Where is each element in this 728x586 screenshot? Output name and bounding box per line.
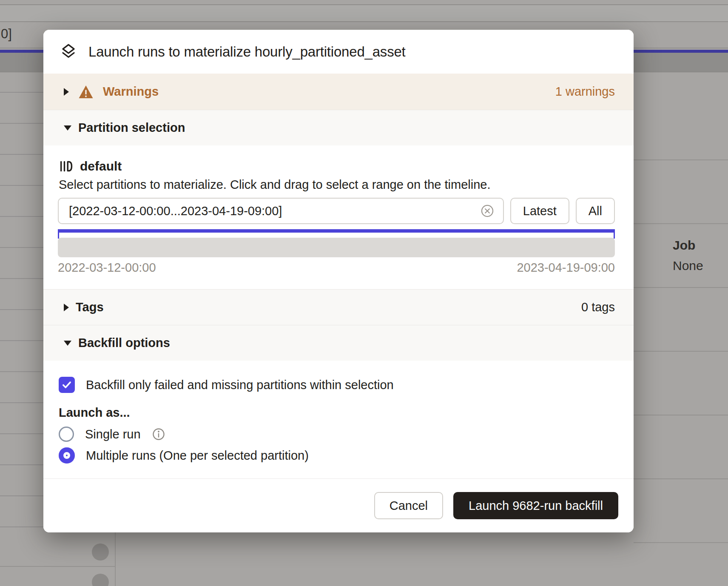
all-button[interactable]: All [576, 198, 615, 224]
single-run-label: Single run [85, 427, 141, 441]
chevron-down-icon [64, 125, 71, 131]
tags-count-badge: 0 tags [581, 300, 615, 314]
timeline-selection-start-tick [58, 233, 59, 239]
partition-dimension-name: default [80, 159, 122, 174]
tags-header: Tags [76, 300, 104, 314]
warning-icon [78, 85, 94, 99]
checkbox-label: Backfill only failed and missing partiti… [86, 378, 394, 392]
background-toolbar [0, 5, 728, 22]
timeline-selection-end-tick [614, 233, 615, 239]
launch-as-label: Launch as... [59, 406, 615, 420]
dialog-title: Launch runs to materialize hourly_partit… [88, 44, 406, 60]
partition-selection-description: Select partitions to materialize. Click … [58, 178, 615, 192]
background-partial-text: 0] [1, 26, 12, 42]
chevron-right-icon [64, 304, 69, 311]
backfill-options-toggle[interactable]: Backfill options [43, 325, 634, 361]
partition-selection-toggle[interactable]: Partition selection [43, 110, 634, 145]
multiple-runs-radio-row[interactable]: Multiple runs (One per selected partitio… [59, 446, 615, 465]
backfill-options-header: Backfill options [78, 336, 170, 350]
chevron-right-icon [64, 88, 69, 96]
job-column-header: Job [673, 238, 703, 253]
dialog-header: Launch runs to materialize hourly_partit… [43, 30, 634, 74]
background-job-cell: Job None [673, 238, 703, 273]
partition-selection-header: Partition selection [78, 121, 185, 135]
partition-range-input[interactable]: [2022-03-12-00:00...2023-04-19-09:00] [58, 198, 504, 224]
chevron-down-icon [64, 341, 71, 346]
timeline-start-label: 2022-03-12-00:00 [58, 261, 156, 275]
cancel-button[interactable]: Cancel [374, 492, 443, 519]
launch-backfill-button[interactable]: Launch 9682-run backfill [453, 492, 618, 519]
backfill-only-failed-checkbox-row[interactable]: Backfill only failed and missing partiti… [59, 377, 615, 393]
timeline-end-label: 2023-04-19-09:00 [517, 261, 615, 275]
background-table-rows-right [634, 97, 728, 586]
background-table-rows-left [0, 62, 43, 532]
warnings-section-toggle[interactable]: Warnings 1 warnings [43, 74, 634, 110]
clear-selection-icon[interactable] [480, 204, 495, 218]
background-column-divider [115, 532, 116, 586]
launch-backfill-dialog: Launch runs to materialize hourly_partit… [43, 30, 634, 532]
background-row-divider [0, 566, 115, 567]
timeline-track[interactable] [58, 238, 615, 257]
latest-button[interactable]: Latest [510, 198, 569, 224]
warnings-label: Warnings [103, 85, 159, 99]
background-status-dot [92, 543, 109, 560]
warnings-count-badge: 1 warnings [555, 85, 615, 99]
partition-range-value: [2022-03-12-00:00...2023-04-19-09:00] [69, 204, 475, 218]
job-column-value: None [673, 259, 703, 273]
radio-unselected-icon[interactable] [59, 427, 74, 442]
timeline-selection-bar [58, 229, 615, 233]
radio-selected-icon[interactable] [59, 447, 75, 464]
checkbox-checked-icon[interactable] [59, 377, 75, 393]
multiple-runs-label: Multiple runs (One per selected partitio… [86, 449, 309, 463]
backfill-options-body: Backfill only failed and missing partiti… [43, 361, 634, 478]
materialize-layers-icon [59, 42, 78, 62]
timeline-date-labels: 2022-03-12-00:00 2023-04-19-09:00 [58, 261, 615, 275]
info-icon[interactable] [152, 427, 165, 441]
single-run-radio-row[interactable]: Single run [59, 425, 615, 444]
partition-timeline[interactable] [58, 229, 615, 257]
tags-toggle[interactable]: Tags 0 tags [43, 289, 634, 325]
partition-dimension-row: default [58, 159, 615, 174]
partition-set-icon [59, 159, 73, 174]
partition-range-row: [2022-03-12-00:00...2023-04-19-09:00] La… [58, 198, 615, 224]
dialog-footer: Cancel Launch 9682-run backfill [43, 479, 634, 532]
partition-selection-body: default Select partitions to materialize… [43, 145, 634, 289]
